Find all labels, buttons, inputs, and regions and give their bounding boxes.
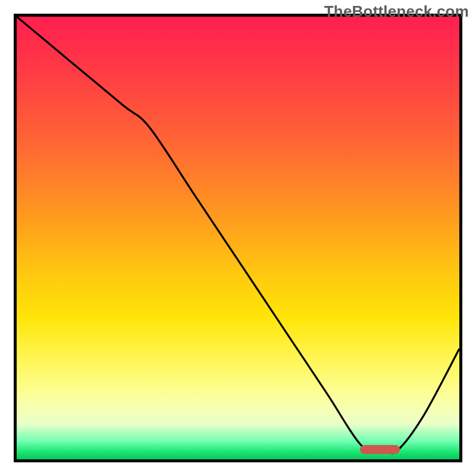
- curve-svg: [17, 17, 459, 459]
- watermark-text: TheBottleneck.com: [324, 2, 469, 21]
- optimal-marker: [360, 445, 400, 454]
- bottleneck-curve-path: [17, 17, 459, 453]
- plot-area: [14, 14, 462, 462]
- bottleneck-chart: TheBottleneck.com: [0, 0, 476, 476]
